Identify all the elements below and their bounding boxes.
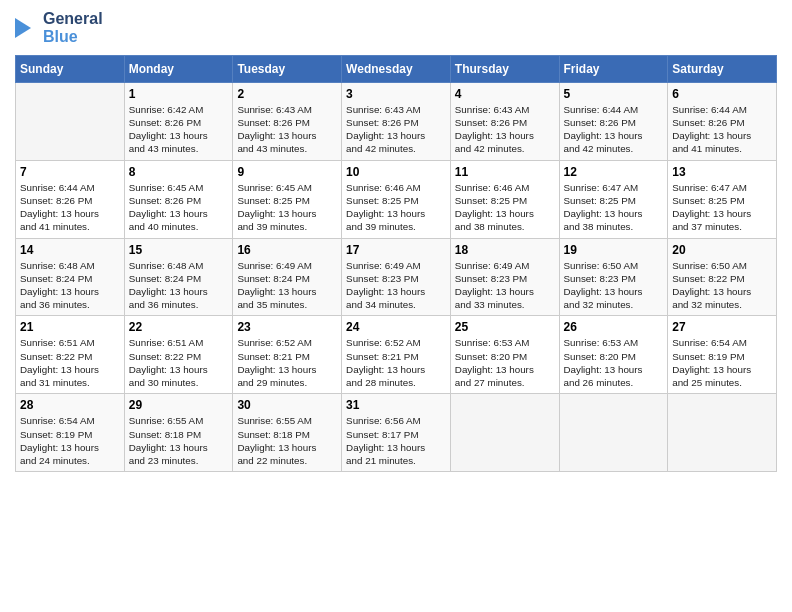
day-info: Sunrise: 6:48 AM Sunset: 8:24 PM Dayligh… [129, 259, 229, 312]
calendar-cell: 6Sunrise: 6:44 AM Sunset: 8:26 PM Daylig… [668, 82, 777, 160]
weekday-header-saturday: Saturday [668, 55, 777, 82]
day-number: 21 [20, 320, 120, 334]
logo: GeneralBlue [15, 10, 103, 47]
weekday-header-friday: Friday [559, 55, 668, 82]
day-number: 13 [672, 165, 772, 179]
calendar-cell: 31Sunrise: 6:56 AM Sunset: 8:17 PM Dayli… [342, 394, 451, 472]
day-info: Sunrise: 6:42 AM Sunset: 8:26 PM Dayligh… [129, 103, 229, 156]
weekday-header-tuesday: Tuesday [233, 55, 342, 82]
day-number: 19 [564, 243, 664, 257]
day-info: Sunrise: 6:44 AM Sunset: 8:26 PM Dayligh… [20, 181, 120, 234]
weekday-header-wednesday: Wednesday [342, 55, 451, 82]
day-info: Sunrise: 6:44 AM Sunset: 8:26 PM Dayligh… [564, 103, 664, 156]
weekday-header-monday: Monday [124, 55, 233, 82]
calendar-week-row: 21Sunrise: 6:51 AM Sunset: 8:22 PM Dayli… [16, 316, 777, 394]
calendar-cell: 27Sunrise: 6:54 AM Sunset: 8:19 PM Dayli… [668, 316, 777, 394]
weekday-header-row: SundayMondayTuesdayWednesdayThursdayFrid… [16, 55, 777, 82]
day-number: 23 [237, 320, 337, 334]
day-number: 5 [564, 87, 664, 101]
day-number: 2 [237, 87, 337, 101]
day-info: Sunrise: 6:48 AM Sunset: 8:24 PM Dayligh… [20, 259, 120, 312]
calendar-cell [668, 394, 777, 472]
calendar-cell: 7Sunrise: 6:44 AM Sunset: 8:26 PM Daylig… [16, 160, 125, 238]
day-number: 9 [237, 165, 337, 179]
day-info: Sunrise: 6:44 AM Sunset: 8:26 PM Dayligh… [672, 103, 772, 156]
calendar-cell: 17Sunrise: 6:49 AM Sunset: 8:23 PM Dayli… [342, 238, 451, 316]
day-number: 29 [129, 398, 229, 412]
calendar-cell: 25Sunrise: 6:53 AM Sunset: 8:20 PM Dayli… [450, 316, 559, 394]
calendar-week-row: 7Sunrise: 6:44 AM Sunset: 8:26 PM Daylig… [16, 160, 777, 238]
day-info: Sunrise: 6:49 AM Sunset: 8:23 PM Dayligh… [346, 259, 446, 312]
day-info: Sunrise: 6:52 AM Sunset: 8:21 PM Dayligh… [346, 336, 446, 389]
day-number: 10 [346, 165, 446, 179]
calendar-table: SundayMondayTuesdayWednesdayThursdayFrid… [15, 55, 777, 472]
calendar-cell: 18Sunrise: 6:49 AM Sunset: 8:23 PM Dayli… [450, 238, 559, 316]
day-number: 16 [237, 243, 337, 257]
calendar-cell: 3Sunrise: 6:43 AM Sunset: 8:26 PM Daylig… [342, 82, 451, 160]
day-number: 4 [455, 87, 555, 101]
day-info: Sunrise: 6:51 AM Sunset: 8:22 PM Dayligh… [129, 336, 229, 389]
day-number: 14 [20, 243, 120, 257]
day-number: 3 [346, 87, 446, 101]
calendar-cell: 15Sunrise: 6:48 AM Sunset: 8:24 PM Dayli… [124, 238, 233, 316]
calendar-cell: 13Sunrise: 6:47 AM Sunset: 8:25 PM Dayli… [668, 160, 777, 238]
calendar-week-row: 28Sunrise: 6:54 AM Sunset: 8:19 PM Dayli… [16, 394, 777, 472]
day-info: Sunrise: 6:46 AM Sunset: 8:25 PM Dayligh… [346, 181, 446, 234]
calendar-cell: 9Sunrise: 6:45 AM Sunset: 8:25 PM Daylig… [233, 160, 342, 238]
day-info: Sunrise: 6:47 AM Sunset: 8:25 PM Dayligh… [564, 181, 664, 234]
day-info: Sunrise: 6:43 AM Sunset: 8:26 PM Dayligh… [346, 103, 446, 156]
day-number: 11 [455, 165, 555, 179]
page-header: GeneralBlue [15, 10, 777, 47]
calendar-cell: 22Sunrise: 6:51 AM Sunset: 8:22 PM Dayli… [124, 316, 233, 394]
calendar-cell: 2Sunrise: 6:43 AM Sunset: 8:26 PM Daylig… [233, 82, 342, 160]
day-info: Sunrise: 6:52 AM Sunset: 8:21 PM Dayligh… [237, 336, 337, 389]
day-info: Sunrise: 6:50 AM Sunset: 8:23 PM Dayligh… [564, 259, 664, 312]
day-number: 30 [237, 398, 337, 412]
day-info: Sunrise: 6:49 AM Sunset: 8:23 PM Dayligh… [455, 259, 555, 312]
calendar-cell: 11Sunrise: 6:46 AM Sunset: 8:25 PM Dayli… [450, 160, 559, 238]
day-info: Sunrise: 6:55 AM Sunset: 8:18 PM Dayligh… [237, 414, 337, 467]
calendar-cell: 12Sunrise: 6:47 AM Sunset: 8:25 PM Dayli… [559, 160, 668, 238]
day-number: 25 [455, 320, 555, 334]
day-number: 6 [672, 87, 772, 101]
day-info: Sunrise: 6:47 AM Sunset: 8:25 PM Dayligh… [672, 181, 772, 234]
calendar-cell: 28Sunrise: 6:54 AM Sunset: 8:19 PM Dayli… [16, 394, 125, 472]
calendar-cell: 16Sunrise: 6:49 AM Sunset: 8:24 PM Dayli… [233, 238, 342, 316]
calendar-cell [16, 82, 125, 160]
day-number: 22 [129, 320, 229, 334]
weekday-header-sunday: Sunday [16, 55, 125, 82]
day-number: 28 [20, 398, 120, 412]
calendar-cell [450, 394, 559, 472]
day-number: 1 [129, 87, 229, 101]
calendar-cell: 5Sunrise: 6:44 AM Sunset: 8:26 PM Daylig… [559, 82, 668, 160]
day-info: Sunrise: 6:43 AM Sunset: 8:26 PM Dayligh… [455, 103, 555, 156]
day-number: 24 [346, 320, 446, 334]
day-number: 7 [20, 165, 120, 179]
calendar-cell: 24Sunrise: 6:52 AM Sunset: 8:21 PM Dayli… [342, 316, 451, 394]
calendar-cell: 19Sunrise: 6:50 AM Sunset: 8:23 PM Dayli… [559, 238, 668, 316]
day-number: 26 [564, 320, 664, 334]
day-info: Sunrise: 6:46 AM Sunset: 8:25 PM Dayligh… [455, 181, 555, 234]
day-number: 27 [672, 320, 772, 334]
day-info: Sunrise: 6:54 AM Sunset: 8:19 PM Dayligh… [20, 414, 120, 467]
day-info: Sunrise: 6:55 AM Sunset: 8:18 PM Dayligh… [129, 414, 229, 467]
calendar-cell: 23Sunrise: 6:52 AM Sunset: 8:21 PM Dayli… [233, 316, 342, 394]
day-number: 8 [129, 165, 229, 179]
calendar-week-row: 1Sunrise: 6:42 AM Sunset: 8:26 PM Daylig… [16, 82, 777, 160]
day-info: Sunrise: 6:53 AM Sunset: 8:20 PM Dayligh… [455, 336, 555, 389]
calendar-cell: 4Sunrise: 6:43 AM Sunset: 8:26 PM Daylig… [450, 82, 559, 160]
svg-marker-0 [15, 18, 31, 38]
calendar-week-row: 14Sunrise: 6:48 AM Sunset: 8:24 PM Dayli… [16, 238, 777, 316]
calendar-cell: 30Sunrise: 6:55 AM Sunset: 8:18 PM Dayli… [233, 394, 342, 472]
day-info: Sunrise: 6:54 AM Sunset: 8:19 PM Dayligh… [672, 336, 772, 389]
calendar-cell: 14Sunrise: 6:48 AM Sunset: 8:24 PM Dayli… [16, 238, 125, 316]
calendar-cell: 1Sunrise: 6:42 AM Sunset: 8:26 PM Daylig… [124, 82, 233, 160]
day-info: Sunrise: 6:51 AM Sunset: 8:22 PM Dayligh… [20, 336, 120, 389]
calendar-cell: 21Sunrise: 6:51 AM Sunset: 8:22 PM Dayli… [16, 316, 125, 394]
calendar-cell: 29Sunrise: 6:55 AM Sunset: 8:18 PM Dayli… [124, 394, 233, 472]
day-number: 18 [455, 243, 555, 257]
day-number: 17 [346, 243, 446, 257]
day-number: 15 [129, 243, 229, 257]
day-info: Sunrise: 6:56 AM Sunset: 8:17 PM Dayligh… [346, 414, 446, 467]
day-info: Sunrise: 6:45 AM Sunset: 8:26 PM Dayligh… [129, 181, 229, 234]
